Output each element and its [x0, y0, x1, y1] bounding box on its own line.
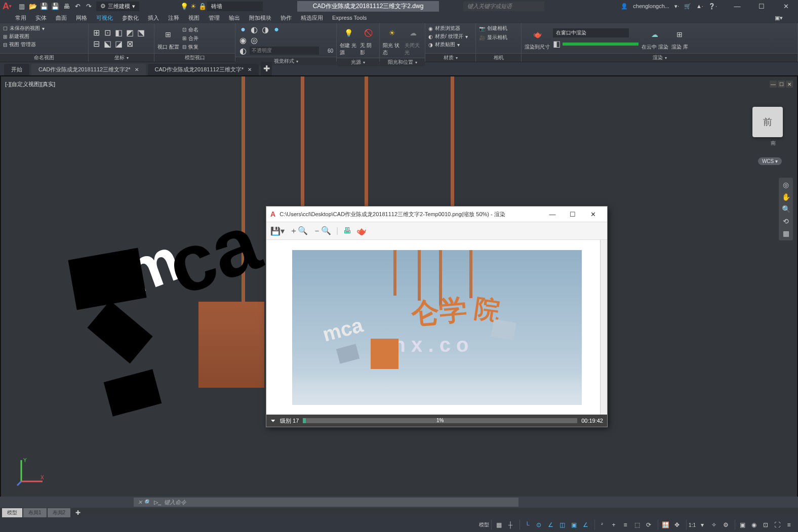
- isometric-icon[interactable]: ∠: [545, 520, 555, 530]
- vs6-icon[interactable]: ◎: [250, 35, 259, 45]
- 3dosnap-icon[interactable]: ▣: [569, 520, 579, 530]
- cycle-icon[interactable]: ⟳: [644, 520, 654, 530]
- lineweight-icon[interactable]: ≡: [620, 520, 630, 530]
- tab-common[interactable]: 常用: [15, 14, 26, 22]
- ucs6-icon[interactable]: ⊟: [92, 39, 101, 49]
- zoom-out-icon[interactable]: －🔍: [313, 226, 331, 236]
- sun-state-button[interactable]: ☀阳光 状态: [383, 25, 402, 56]
- anno-icon[interactable]: ✧: [709, 520, 719, 530]
- tab-mesh[interactable]: 网格: [76, 14, 87, 22]
- sky-off-button[interactable]: ☁关闭天光: [405, 25, 422, 56]
- isolate-icon[interactable]: ⊡: [761, 520, 771, 530]
- cloud-render-button[interactable]: ☁在云中 渲染: [642, 26, 668, 51]
- no-shadow-button[interactable]: 🚫无 阴影: [360, 25, 376, 56]
- user-label[interactable]: chenglongch...: [633, 3, 669, 9]
- vs3-icon[interactable]: ◑: [261, 25, 270, 34]
- command-input[interactable]: ✕ 🔍▷_键入命令: [134, 498, 518, 507]
- model-space-label[interactable]: 模型: [479, 521, 489, 528]
- tab-featured[interactable]: 精选应用: [301, 14, 323, 22]
- pan-icon[interactable]: ✋: [782, 193, 790, 201]
- add-layout-button[interactable]: ✚: [71, 509, 85, 516]
- render-lib-button[interactable]: ⊞渲染 库: [671, 26, 688, 51]
- view-dropdown[interactable]: ☐未保存的视图 ▾: [3, 25, 85, 32]
- tab-addons[interactable]: 附加模块: [249, 14, 271, 22]
- mat-browser-button[interactable]: ◉材质浏览器: [428, 25, 472, 32]
- tab-view[interactable]: 视图: [188, 14, 200, 22]
- redo-icon[interactable]: ↷: [84, 2, 93, 11]
- polar-icon[interactable]: ⊙: [534, 520, 544, 530]
- tab-visualize[interactable]: 可视化: [96, 14, 113, 22]
- signin-icon[interactable]: 👤: [621, 3, 628, 10]
- show-camera-button[interactable]: 🎥显示相机: [479, 34, 518, 41]
- sun-icon[interactable]: ☀: [189, 2, 198, 11]
- transparency-icon[interactable]: ⬚: [632, 520, 642, 530]
- render-window-titlebar[interactable]: A C:\Users\ccl\Desktop\CAD作业陈成龙20181112三…: [266, 207, 607, 222]
- snap-icon[interactable]: ┼: [505, 520, 515, 530]
- render-history-bar[interactable]: [600, 240, 607, 415]
- cart-icon[interactable]: 🛒: [684, 3, 691, 10]
- material-dropdown[interactable]: 砖墙: [207, 2, 263, 11]
- tab-overflow[interactable]: ▣▾: [775, 15, 783, 21]
- otrack-icon[interactable]: ∠: [580, 520, 590, 530]
- ucs-icon[interactable]: ⊞: [92, 28, 101, 37]
- zoom-icon[interactable]: 🔍: [782, 205, 790, 213]
- layout1-tab[interactable]: 布局1: [23, 508, 47, 517]
- app-logo[interactable]: A▾: [0, 0, 14, 12]
- ucs7-icon[interactable]: ⬕: [103, 39, 112, 49]
- tab-collaborate[interactable]: 协作: [281, 14, 292, 22]
- layout2-tab[interactable]: 布局2: [48, 508, 71, 517]
- workspace-dropdown[interactable]: ⚙三维建模▾: [96, 2, 139, 11]
- zoom-in-icon[interactable]: ＋🔍: [290, 226, 308, 236]
- view-cube[interactable]: 前: [752, 107, 783, 137]
- print-render-icon[interactable]: 🖶: [343, 226, 351, 235]
- vs4-icon[interactable]: ●: [272, 25, 281, 34]
- model-tab[interactable]: 模型: [2, 508, 22, 517]
- save-as-icon[interactable]: 💾: [51, 2, 60, 11]
- dynamic-input-icon[interactable]: +: [609, 520, 619, 530]
- close-tab-icon[interactable]: ✕: [248, 67, 252, 72]
- grid-icon[interactable]: ▦: [494, 520, 504, 530]
- orbit-icon[interactable]: ⟲: [783, 217, 789, 225]
- close-button[interactable]: ✕: [774, 0, 798, 12]
- start-tab[interactable]: 开始: [4, 64, 29, 75]
- show-motion-icon[interactable]: ▦: [783, 229, 789, 237]
- vs5-icon[interactable]: ◉: [238, 35, 248, 45]
- clean-screen-icon[interactable]: ⛶: [772, 520, 782, 530]
- render-close-button[interactable]: ✕: [583, 211, 603, 218]
- view-manager-button[interactable]: ⊟视图 管理器: [3, 41, 85, 48]
- ucs8-icon[interactable]: ◪: [114, 39, 123, 49]
- opacity-value[interactable]: 60: [321, 48, 333, 54]
- filter-icon[interactable]: 🪟: [660, 520, 670, 530]
- workspace-icon[interactable]: ▣: [737, 520, 747, 530]
- plot-icon[interactable]: 🖶: [62, 2, 71, 11]
- hardware-accel-icon[interactable]: ◉: [749, 520, 759, 530]
- scale-label[interactable]: 1:1: [689, 522, 696, 528]
- ucs-gizmo[interactable]: Y X: [15, 457, 46, 487]
- named-button[interactable]: ⊡命名: [182, 26, 198, 33]
- app-manager-icon[interactable]: ▲·: [696, 3, 703, 9]
- viewport-config-button[interactable]: ⊞视口 配置: [157, 26, 179, 51]
- dynamic-ucs-icon[interactable]: ᶻ: [597, 520, 607, 530]
- tab-express[interactable]: Express Tools: [332, 15, 367, 21]
- ucs2-icon[interactable]: ⊡: [103, 28, 112, 37]
- scale-dd-icon[interactable]: ▾: [697, 520, 707, 530]
- ucs4-icon[interactable]: ◩: [125, 28, 134, 37]
- doc-tab-1[interactable]: CAD作业陈成龙20181112三维文字2*✕: [31, 64, 146, 75]
- help-search[interactable]: 键入关键字或短语: [463, 2, 544, 11]
- ortho-icon[interactable]: └: [522, 520, 532, 530]
- new-file-icon[interactable]: ▥: [17, 2, 26, 11]
- ucs9-icon[interactable]: ⊠: [125, 39, 134, 49]
- ucs3-icon[interactable]: ◧: [114, 28, 123, 37]
- maximize-button[interactable]: ☐: [749, 0, 774, 12]
- bulb-icon[interactable]: 💡: [180, 2, 189, 11]
- tab-manage[interactable]: 管理: [209, 14, 220, 22]
- merge-button[interactable]: ⊞合并: [182, 35, 198, 42]
- steering-wheel-icon[interactable]: ◎: [783, 181, 789, 189]
- new-doc-tab[interactable]: ✚: [261, 62, 272, 75]
- viewport[interactable]: [-][自定义视图][真实] — ☐ ✕ m ca Y X 前 南 WCS ▾ …: [0, 75, 798, 499]
- tab-insert[interactable]: 插入: [148, 14, 159, 22]
- close-tab-icon[interactable]: ✕: [135, 67, 139, 72]
- render-again-icon[interactable]: 🫖: [356, 226, 367, 236]
- tab-solid[interactable]: 实体: [35, 14, 47, 22]
- wcs-badge[interactable]: WCS ▾: [758, 157, 782, 165]
